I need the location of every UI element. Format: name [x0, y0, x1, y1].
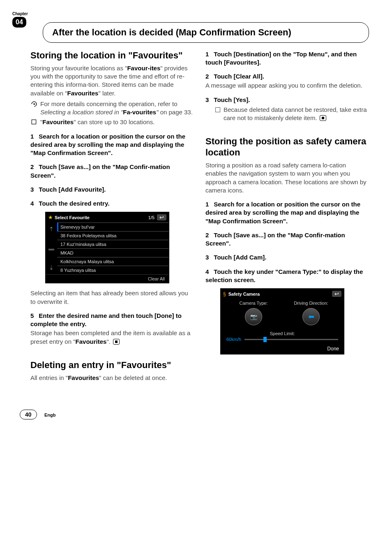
scroll-grip-icon[interactable]: ▬	[48, 245, 54, 252]
rstep-2: 2Touch [Clear All].	[205, 72, 369, 81]
heading-safety-camera: Storing the position as safety camera lo…	[205, 136, 369, 158]
star-icon: ★	[48, 214, 53, 220]
fig1-page-indicator: 1/5	[148, 215, 154, 220]
cstep-3: 3Touch [Add Cam].	[205, 253, 369, 262]
clear-all-button[interactable]: Clear All	[46, 274, 169, 283]
speed-slider[interactable]	[244, 339, 338, 340]
scroll-down-icon[interactable]: ⇣	[49, 264, 54, 271]
camera-icon: §	[223, 291, 226, 297]
done-button[interactable]: Done	[221, 343, 344, 354]
cstep-4: 4Touch the key under "Camera Type:" to d…	[205, 268, 369, 285]
list-item[interactable]: MKAD	[57, 248, 169, 257]
pointer-icon	[31, 101, 37, 109]
step-5: 5Enter the desired name and then touch […	[30, 312, 194, 329]
cstep-2: 2Touch [Save as...] on the "Map Confir-m…	[205, 231, 369, 248]
bullet-limit: "Favourites" can store up to 30 location…	[30, 118, 194, 126]
select-favourite-screenshot: ★ Select Favourite 1/5 ↩ ⇡ ▬ ⇣ Sirenevyy…	[45, 212, 169, 283]
right-column: 1Touch [Destination] on the "Top Menu", …	[205, 50, 369, 385]
page-footer: 40 Engb	[20, 410, 369, 419]
chapter-number: 04	[12, 17, 26, 28]
section-end-icon	[113, 339, 120, 345]
list-item[interactable]: Kolkhoznaya Malaya ulitsa	[57, 257, 169, 266]
page-title: After the location is decided (Map Confi…	[43, 22, 369, 43]
paragraph-confirm-msg: A message will appear asking you to conf…	[205, 81, 369, 90]
paragraph-overwrite: Selecting an item that has already been …	[30, 289, 194, 306]
list-item[interactable]: 8 Yuzhnaya ulitsa	[57, 266, 169, 274]
driving-direction-button[interactable]: ⬅	[302, 308, 320, 325]
chapter-tab: Chapter 04	[12, 12, 28, 28]
paragraph-delete: All entries in "Favourites" can be delet…	[30, 374, 194, 382]
note-cannot-restore: Because deleted data cannot be restored,…	[215, 106, 369, 123]
back-icon[interactable]: ↩	[332, 291, 341, 297]
page-number: 40	[20, 410, 37, 419]
speed-limit-label: Speed Limit:	[221, 327, 344, 337]
safety-camera-screenshot: § Safety Camera ↩ Camera Type: 📷 Driving…	[220, 288, 344, 354]
bullet-refer: For more details concerning the operatio…	[30, 100, 194, 117]
left-column: Storing the location in "Favourites" Sto…	[30, 50, 194, 385]
fig2-title: Safety Camera	[228, 292, 332, 297]
paragraph-store-intro: Storing your favourite locations as "Fav…	[30, 64, 194, 97]
rstep-1: 1Touch [Destination] on the "Top Menu", …	[205, 50, 369, 67]
paragraph-storage-done: Storage has been completed and the item …	[30, 329, 194, 346]
step-4: 4Touch the desired entry.	[30, 199, 194, 208]
svg-rect-0	[32, 120, 36, 125]
scroll-up-icon[interactable]: ⇡	[49, 226, 54, 232]
camera-type-label: Camera Type:	[225, 301, 282, 306]
cstep-1: 1Search for a location or position the c…	[205, 200, 369, 225]
fig1-title: Select Favourite	[55, 215, 148, 220]
list-item[interactable]: 38 Fedora Poletayeva ulitsa	[57, 231, 169, 240]
step-1: 1Search for a location or position the c…	[30, 132, 194, 158]
rstep-3: 3Touch [Yes].	[205, 96, 369, 104]
list-item[interactable]: 17 Kuz'minskaya ulitsa	[57, 240, 169, 248]
scroll-side[interactable]: ⇡ ▬ ⇣	[46, 222, 57, 274]
step-3: 3Touch [Add Favourite].	[30, 185, 194, 194]
square-bullet-icon	[31, 119, 37, 127]
heading-delete-favourites: Deleting an entry in "Favourites"	[30, 360, 194, 371]
camera-type-button[interactable]: 📷	[245, 308, 262, 325]
step-2: 2Touch [Save as...] on the "Map Confir-m…	[30, 163, 194, 180]
list-item[interactable]: Sirenevyy bul'var	[57, 222, 169, 231]
camera-type-icon: 📷	[250, 313, 257, 320]
driving-direction-label: Driving Direction:	[282, 301, 340, 306]
speed-value: 60km/h	[226, 337, 241, 342]
back-icon[interactable]: ↩	[157, 214, 166, 220]
language-code: Engb	[44, 412, 56, 417]
direction-arrow-icon: ⬅	[308, 312, 314, 321]
section-end-icon	[320, 115, 326, 121]
heading-store-favourites: Storing the location in "Favourites"	[30, 50, 194, 61]
chapter-label: Chapter	[12, 12, 28, 16]
paragraph-safety-camera: Storing a position as a road safety came…	[205, 161, 369, 195]
